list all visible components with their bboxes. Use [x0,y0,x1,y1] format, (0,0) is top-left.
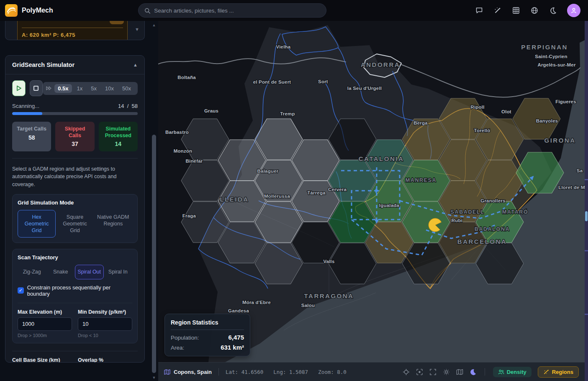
map-label: BARCELONA [457,238,507,245]
brand-name: PolyMech [22,7,53,14]
map-dark-mode-icon[interactable] [470,368,477,376]
map-label: GIRONA [544,137,576,144]
global-search[interactable] [138,3,326,18]
option-hex-geometric-grid[interactable]: Hex Geometric Grid [18,210,56,238]
speed-option-5x[interactable]: 5x [87,84,100,93]
option-spiral-in[interactable]: Spiral In [104,265,133,279]
map-label: Torelló [474,128,490,133]
people-icon [498,369,504,375]
min-density-label: Min Density (p/km²) [78,309,132,315]
user-avatar[interactable] [567,4,580,17]
stat-card-target-calls[interactable]: Target Calls58 [12,122,51,151]
map-label: Figueres [555,99,576,104]
map-label: Rubí [452,218,463,223]
overlap-label: Overlap % [78,357,138,363]
map-label: Igualada [379,203,400,208]
speed-option-0.5x[interactable]: 0.5x [54,84,72,93]
map-label: PERPIGNAN [521,43,568,51]
search-input[interactable] [154,8,320,14]
stop-button[interactable] [30,80,43,96]
sparkle-wand-icon [543,369,549,375]
map-label: Sort [318,79,328,84]
map-label: Barbastro [165,130,189,135]
cell-base-size-label: Cell Base Size (km) [12,357,72,363]
fullscreen-icon[interactable] [429,368,437,376]
speed-selector: 0.5x1x5x10x50x [43,82,138,95]
stat-card-skipped-calls[interactable]: Skipped Calls37 [55,122,94,151]
peek-badge [110,21,124,24]
map-status-bar: Copons, Spain Lat: 41.6560 Lng: 1.5087 Z… [158,362,585,381]
region-statistics-panel: Region Statistics Population: 6,475 Area… [164,314,250,356]
speed-option-10x[interactable]: 10x [102,84,117,93]
gridsearch-simulator-panel: GridSearch Simulator ▲ 0.5x1x5x10x50x [5,55,145,363]
option-snake[interactable]: Snake [46,265,75,279]
locate-icon[interactable] [403,368,410,376]
regions-toggle-button[interactable]: Regions [538,366,579,378]
population-value: 6,475 [228,334,244,341]
chevron-down-icon[interactable]: ▼ [135,27,139,32]
dark-mode-icon[interactable] [549,6,557,15]
simulator-header[interactable]: GridSearch Simulator ▲ [5,56,144,74]
region-statistics-title: Region Statistics [171,319,244,326]
center-focus-icon[interactable] [416,368,423,376]
location-indicator[interactable]: Copons, Spain [164,369,212,375]
brightness-icon[interactable] [443,368,450,376]
scroll-down-icon[interactable]: ▼ [151,376,157,379]
stat-card-simulated-processed[interactable]: Simulated Processed14 [99,122,138,151]
panel-title: GridSearch Simulator [12,61,74,68]
search-icon [144,8,150,14]
option-zig-zag[interactable]: Zig-Zag [18,265,46,279]
max-elevation-label: Max Elevation (m) [18,309,72,315]
area-value: 631 km² [221,344,244,351]
map-label: Fraga [182,213,196,218]
stats-cards: Target Calls58Skipped Calls37Simulated P… [12,122,138,151]
zoom-readout: Zoom: 8.0 [318,369,347,375]
sidebar-scrollbar[interactable]: ▲ ▼ [150,21,158,381]
grid-mode-options: Hex Geometric GridSquare Geometric GridN… [18,210,132,238]
map-label: Balaguer [257,169,279,174]
latitude-readout: Lat: 41.6560 [226,369,263,375]
speed-option-1x[interactable]: 1x [74,84,86,93]
density-toggle-button[interactable]: Density [493,367,532,377]
region-peek-card[interactable]: A: 620 km² P: 6,475 ▼ [5,21,145,40]
map-canvas[interactable]: CATALONIALLEIDAGIRONATARRAGONABARCELONAP… [158,21,585,362]
top-app-bar: PolyMech [0,0,588,21]
option-native-gadm-regions[interactable]: Native GADM Regions [94,210,132,238]
map-label: Olot [501,109,511,114]
scan-trajectory-label: Scan Trajectory [18,254,132,261]
page-scrollbar-thumb[interactable] [585,211,588,221]
constrain-label: Constrain process sequentially per bound… [27,284,132,297]
map-label: Binéfar [185,159,203,164]
max-elevation-input[interactable] [18,317,72,331]
scrollbar-thumb[interactable] [152,135,156,373]
globe-icon[interactable] [530,6,539,15]
chevron-up-icon[interactable]: ▲ [133,62,138,67]
scan-trajectory-card: Scan Trajectory Zig-ZagSnakeSpiral OutSp… [12,249,138,343]
option-square-geometric-grid[interactable]: Square Geometric Grid [56,210,94,238]
map-label: Ripoll [470,105,484,110]
apps-grid-icon[interactable] [512,6,520,15]
speed-option-50x[interactable]: 50x [119,84,134,93]
map-label: BADALONA [475,226,510,232]
brand[interactable]: PolyMech [0,4,138,17]
page-scrollbar[interactable] [585,21,588,381]
progress-count: 14 / 58 [118,103,138,109]
min-density-input[interactable] [78,317,132,331]
basemap-icon[interactable] [456,368,463,376]
map-label: ANDORRA [361,61,400,68]
map-icon [164,369,170,375]
magic-wand-icon[interactable] [493,6,502,15]
option-spiral-out[interactable]: Spiral Out [75,265,104,279]
chat-icon[interactable] [475,6,483,15]
map-label: Sa [577,168,583,173]
peek-stats-text: A: 620 km² P: 6,475 [22,32,123,38]
location-name: Copons, Spain [174,369,212,375]
map-label: Argelès-sur-Mer [537,62,576,67]
population-label: Population: [171,335,199,341]
play-button[interactable] [12,80,26,96]
constrain-checkbox[interactable]: ✓ [18,287,24,294]
map-label: MATARÓ [502,209,529,215]
map-label: Salou [301,303,315,308]
fast-forward-icon [46,86,52,91]
scroll-up-icon[interactable]: ▲ [151,23,157,27]
